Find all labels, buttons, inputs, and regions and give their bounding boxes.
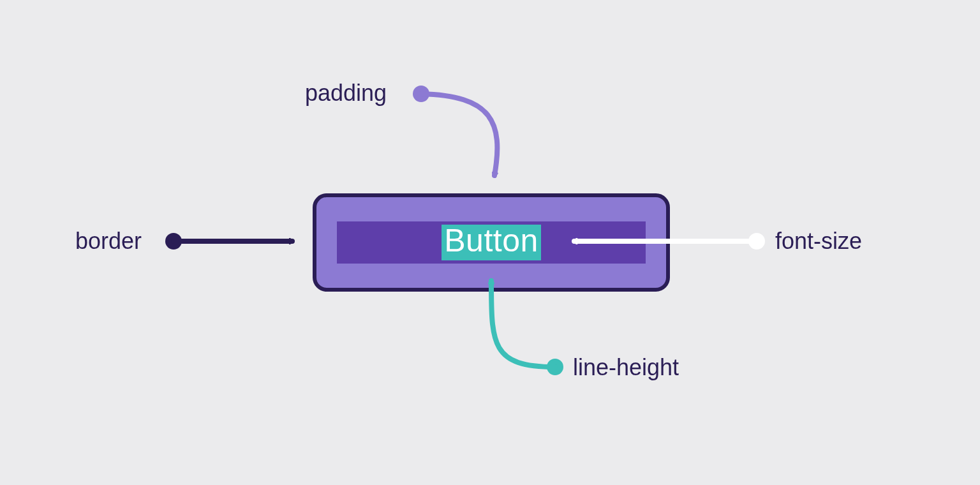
label-border: border — [75, 230, 142, 253]
svg-point-4 — [413, 86, 429, 102]
svg-point-2 — [748, 233, 765, 250]
arrow-border — [165, 233, 292, 250]
diagram-stage: Button padding border font-size line-hei… — [0, 0, 980, 485]
label-padding: padding — [305, 82, 387, 105]
label-font-size: font-size — [775, 230, 862, 253]
arrow-line-height — [491, 281, 563, 375]
svg-point-5 — [547, 359, 563, 375]
button-outer-border: Button — [313, 193, 670, 292]
button-text: Button — [444, 225, 538, 257]
button-font-size-box: Button — [442, 225, 541, 260]
label-line-height: line-height — [573, 356, 679, 379]
button-line-height-box: Button — [337, 221, 646, 264]
svg-point-0 — [165, 233, 182, 250]
arrow-padding — [413, 86, 497, 175]
